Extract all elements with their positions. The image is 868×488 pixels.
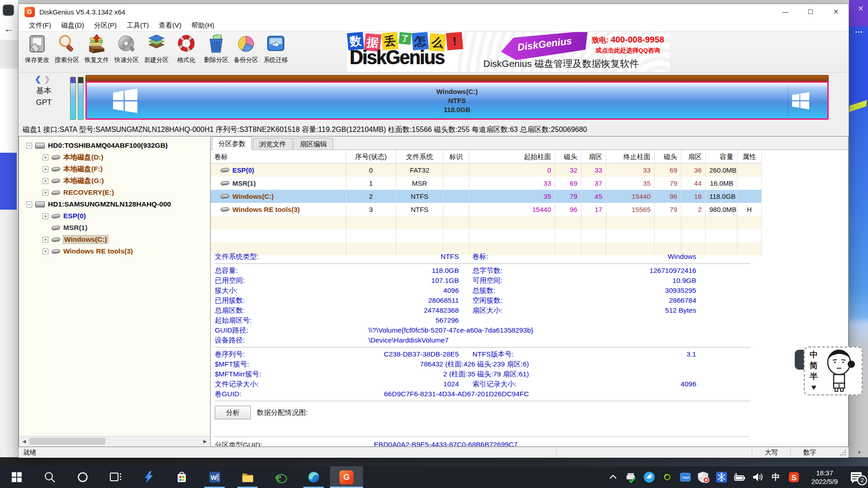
taskbar-task-view[interactable]	[99, 466, 132, 488]
expand-icon[interactable]: +	[42, 166, 48, 172]
taskbar-ie[interactable]: e	[264, 466, 297, 488]
taskbar-store[interactable]	[165, 466, 198, 488]
partition-bar-esp[interactable]	[70, 77, 76, 120]
collapse-icon[interactable]: −	[26, 202, 32, 207]
sogou-ime-widget[interactable]: 中简半♥	[804, 347, 863, 395]
column-header-3[interactable]: 标识	[443, 150, 469, 164]
toolbar-button-quick[interactable]: 快速分区	[112, 32, 142, 71]
column-header-6[interactable]: 扇区	[581, 150, 606, 164]
cell: 69	[655, 164, 681, 177]
collapse-icon[interactable]: −	[26, 143, 32, 149]
tree-item-recovery-e-[interactable]: +RECOVERY(E:)	[22, 187, 210, 198]
qq-link[interactable]: 或点击此处选择QQ咨询	[588, 47, 668, 55]
expand-icon[interactable]: +	[42, 237, 48, 243]
column-header-11[interactable]: 属性	[737, 150, 762, 164]
maximize-button[interactable]: ☐	[798, 4, 823, 19]
column-header-2[interactable]: 文件系统	[396, 150, 443, 164]
table-row-msr-1-[interactable]: MSR(1)1MSR33693735794416.0MB	[211, 177, 762, 190]
taskbar-diskgenius[interactable]: G	[330, 466, 363, 488]
sogou-icon[interactable]: S	[785, 466, 803, 488]
column-header-10[interactable]: 容量	[706, 150, 737, 164]
toolbar-button-backup[interactable]: 备份分区	[231, 32, 261, 71]
column-header-4[interactable]: 起始柱面	[469, 150, 555, 164]
tab-0[interactable]: 分区参数	[212, 136, 252, 150]
tree-item--f-[interactable]: +本地磁盘(F:)	[22, 163, 210, 175]
expand-icon[interactable]: +	[42, 213, 48, 219]
tree-item--d-[interactable]: +本地磁盘(D:)	[22, 151, 210, 163]
tray-expand-icon[interactable]	[604, 466, 622, 488]
column-header-5[interactable]: 磁头	[555, 150, 581, 164]
defender-icon[interactable]	[694, 466, 712, 488]
intel-icon[interactable]: intel	[676, 466, 694, 488]
ad-banner[interactable]: 数据丢了怎么! DiskGenius DiskGenius DiskGenius…	[346, 32, 670, 72]
volume-icon[interactable]	[749, 466, 767, 488]
nvidia-icon[interactable]	[658, 466, 676, 488]
toolbar-button-format[interactable]: 格式化	[171, 32, 201, 71]
next-disk-arrow-icon[interactable]: ❯	[44, 75, 53, 84]
taskbar-word[interactable]: W	[198, 466, 231, 488]
battery-icon[interactable]	[731, 466, 749, 488]
taskbar-start[interactable]	[0, 466, 33, 488]
tree-item-windows-c-[interactable]: +Windows(C:)	[22, 234, 210, 245]
expand-icon[interactable]: +	[42, 249, 48, 254]
menu-item-3[interactable]: 工具(T)	[122, 21, 154, 30]
table-row-windows-c-[interactable]: Windows(C:)2NTFS357945154409616118.0GB	[211, 190, 762, 203]
ime-indicator[interactable]: 中	[767, 466, 785, 488]
expand-icon[interactable]: +	[42, 155, 48, 160]
menu-item-5[interactable]: 帮助(H)	[186, 21, 219, 30]
scroll-right-arrow-icon[interactable]: ▶	[200, 436, 210, 446]
tab-2[interactable]: 扇区编辑	[293, 138, 333, 150]
tab-1[interactable]: 浏览文件	[253, 138, 292, 150]
taskbar-thunder[interactable]	[132, 466, 165, 488]
expand-icon[interactable]: +	[42, 190, 48, 196]
scroll-thumb[interactable]	[29, 438, 105, 445]
banner-contact[interactable]: 致电: 400-008-9958 或点击此处选择QQ咨询	[588, 35, 668, 55]
taskbar-file-explorer[interactable]	[231, 466, 264, 488]
table-row-windows-re-tools-3-[interactable]: Windows RE tools(3)3NTFS1544096171556579…	[211, 203, 762, 216]
prev-disk-arrow-icon[interactable]: ❮	[35, 75, 44, 84]
partition-name: Windows(C:)	[232, 190, 274, 203]
menu-item-1[interactable]: 磁盘(D)	[56, 21, 89, 30]
taskbar-search[interactable]	[33, 466, 66, 488]
menu-item-0[interactable]: 文件(F)	[24, 21, 56, 30]
column-header-8[interactable]: 磁头	[655, 150, 681, 164]
toolbar-button-save[interactable]: 保存更改	[22, 32, 52, 71]
tree-item-hd1-samsungmznln128hahq-000[interactable]: −HD1:SAMSUNGMZNLN128HAHQ-000	[22, 198, 210, 210]
menu-item-2[interactable]: 分区(P)	[89, 21, 122, 30]
analyze-button[interactable]: 分析	[215, 406, 251, 419]
tree-item-hd0-toshibamq04abf100-932gb-[interactable]: −HD0:TOSHIBAMQ04ABF100(932GB)	[22, 140, 210, 151]
toolbar-button-search[interactable]: 搜索分区	[52, 32, 82, 71]
taskbar-cortana[interactable]	[66, 466, 99, 488]
detail-row-9: 设备路径:\Device\HarddiskVolume7	[215, 335, 758, 345]
taskbar-clock[interactable]: 18:37 2022/5/9	[803, 469, 846, 486]
printer-icon[interactable]	[622, 466, 640, 488]
scroll-left-arrow-icon[interactable]: ◀	[19, 436, 29, 446]
tree-item-label: ESP(0)	[63, 212, 86, 220]
tree-item-msr-1-[interactable]: MSR(1)	[22, 222, 210, 234]
toolbar-button-recover[interactable]: 恢复文件	[82, 32, 112, 71]
minimize-button[interactable]: —	[773, 4, 798, 19]
tree-hscrollbar[interactable]: ◀ ▶	[19, 436, 210, 446]
column-header-9[interactable]: 扇区	[681, 150, 706, 164]
partition-bar-windows-c[interactable]: Windows(C:) NTFS 118.0GB	[85, 81, 829, 120]
resize-grip[interactable]	[829, 447, 849, 458]
tree-item-windows-re-tools-3-[interactable]: +Windows RE tools(3)	[22, 245, 210, 257]
toolbar-button-delete[interactable]: 删除分区	[201, 32, 231, 71]
column-header-7[interactable]: 终止柱面	[606, 150, 655, 164]
table-row-esp-0-[interactable]: ESP(0)0FAT3203233336936260.0MB	[211, 164, 762, 177]
wangwang-icon[interactable]	[640, 466, 658, 488]
close-button[interactable]: ✕	[823, 4, 849, 19]
tree-item--g-[interactable]: +本地磁盘(G:)	[22, 175, 210, 187]
partition-bar-msr[interactable]	[78, 77, 84, 120]
taskbar-edge[interactable]	[297, 466, 330, 488]
action-center-icon[interactable]: 2	[846, 466, 868, 488]
column-header-1[interactable]: 序号(状态)	[346, 150, 396, 164]
snowflake-icon[interactable]	[712, 466, 731, 488]
column-header-0[interactable]: 卷标	[211, 150, 346, 164]
expand-icon[interactable]: +	[42, 178, 48, 184]
toolbar-button-migrate[interactable]: 系统迁移	[261, 32, 291, 71]
toolbar-button-newpart[interactable]: 新建分区	[142, 32, 171, 71]
menu-item-4[interactable]: 查看(V)	[154, 21, 186, 30]
detail-label: $MFTMirr簇号:	[215, 369, 303, 379]
tree-item-esp-0-[interactable]: +ESP(0)	[22, 210, 210, 222]
